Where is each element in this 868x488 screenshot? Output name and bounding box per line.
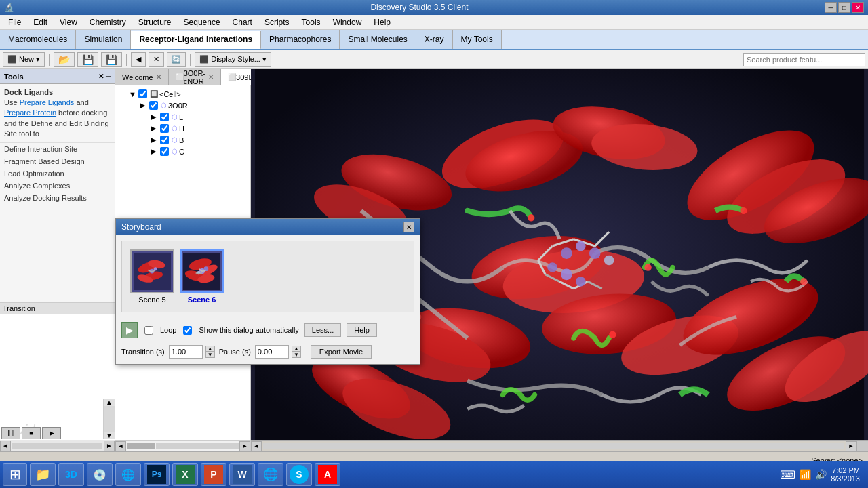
tab-3oor-close[interactable]: ✕ <box>208 73 214 81</box>
scene-6-item[interactable]: Scene 6 <box>180 249 224 304</box>
tools-close-button[interactable]: ✕ ─ <box>98 73 111 80</box>
playback-buttons: ‖‖ ■ ▶ <box>1 427 61 439</box>
save-button[interactable]: 💾 <box>77 52 98 67</box>
forward-button[interactable]: ✕ <box>149 52 164 67</box>
menu-edit[interactable]: Edit <box>28 16 53 28</box>
stop-button[interactable]: 🔄 <box>167 52 186 67</box>
clock[interactable]: 7:02 PM 8/3/2013 <box>831 466 860 483</box>
show-dialog-checkbox[interactable] <box>183 326 192 335</box>
back-button[interactable]: ◀ <box>131 52 146 67</box>
tab-receptor-ligand[interactable]: Receptor-Ligand Interactions <box>131 30 261 49</box>
search-input[interactable] <box>743 53 865 66</box>
H-checkbox[interactable] <box>160 124 169 133</box>
tools-item-analyze-complexes[interactable]: Analyze Complexes <box>0 180 115 192</box>
less-button[interactable]: Less... <box>304 323 341 337</box>
tools-item-analyze-docking[interactable]: Analyze Docking Results <box>0 192 115 204</box>
menu-help[interactable]: Help <box>368 16 396 28</box>
vp-scroll-right[interactable]: ► <box>846 441 856 451</box>
prepare-protein-link[interactable]: Prepare Protein <box>4 108 56 117</box>
C-checkbox[interactable] <box>160 147 169 156</box>
cell-checkbox[interactable] <box>138 89 147 98</box>
tab-309d-icon: ⬜ <box>228 73 236 81</box>
new-button[interactable]: ⬛ New ▾ <box>3 52 45 67</box>
taskbar-cd[interactable]: 💿 <box>87 463 113 486</box>
tab-xray[interactable]: X-ray <box>416 30 453 49</box>
start-button[interactable]: ⊞ <box>3 463 27 486</box>
transition-input[interactable] <box>169 345 203 359</box>
tools-item-define-interaction[interactable]: Define Interaction Site <box>0 143 115 155</box>
pause-button[interactable]: ‖‖ <box>1 427 20 439</box>
storyboard-close-button[interactable]: ✕ <box>403 222 414 232</box>
taskbar-acrobat[interactable]: A <box>315 463 340 486</box>
menu-tools[interactable]: Tools <box>296 16 326 28</box>
tree-scroll-right[interactable]: ► <box>239 441 250 451</box>
play-player-button[interactable]: ▶ <box>42 427 61 439</box>
close-button[interactable]: ✕ <box>852 2 864 13</box>
minimize-button[interactable]: ─ <box>825 2 837 13</box>
transition-down[interactable]: ▼ <box>205 352 215 358</box>
taskbar-skype[interactable]: S <box>286 463 312 486</box>
taskbar-explorer[interactable]: 📁 <box>30 463 56 486</box>
cell-toggle[interactable]: ▼ <box>129 90 137 98</box>
menu-chemistry[interactable]: Chemistry <box>84 16 132 28</box>
tab-simulation[interactable]: Simulation <box>76 30 131 49</box>
tab-macromolecules[interactable]: Macromolecules <box>0 30 76 49</box>
C-toggle[interactable]: ▶ <box>151 147 159 156</box>
menu-window[interactable]: Window <box>328 16 368 28</box>
taskbar-3d[interactable]: 3D <box>58 463 84 486</box>
tab-small-molecules[interactable]: Small Molecules <box>340 30 416 49</box>
export-movie-button[interactable]: Export Movie <box>311 345 372 359</box>
menu-structure[interactable]: Structure <box>133 16 177 28</box>
scroll-right-btn[interactable]: ► <box>104 441 115 451</box>
tools-items-section: Define Interaction Site Fragment Based D… <box>0 143 115 302</box>
tab-pharmacophores[interactable]: Pharmacophores <box>261 30 340 49</box>
L-toggle[interactable]: ▶ <box>151 113 159 121</box>
stop-player-button[interactable]: ■ <box>22 427 41 439</box>
menu-chart[interactable]: Chart <box>227 16 258 28</box>
loop-checkbox[interactable] <box>144 326 153 335</box>
dock-ligands-title: Dock Ligands <box>4 87 111 98</box>
menu-scripts[interactable]: Scripts <box>259 16 295 28</box>
taskbar-browser[interactable]: 🌐 <box>115 463 141 486</box>
scroll-left-btn[interactable]: ◄ <box>0 441 11 451</box>
transition-up[interactable]: ▲ <box>205 346 215 352</box>
pause-down[interactable]: ▼ <box>292 352 301 358</box>
menu-view[interactable]: View <box>54 16 83 28</box>
B-checkbox[interactable] <box>160 136 169 144</box>
play-button[interactable]: ▶ <box>121 322 138 338</box>
H-toggle[interactable]: ▶ <box>151 124 159 133</box>
taskbar-word[interactable]: W <box>229 463 255 486</box>
menu-sequence[interactable]: Sequence <box>178 16 226 28</box>
vp-corner <box>856 441 868 452</box>
taskbar-powerpoint[interactable]: P <box>201 463 226 486</box>
vscroll-down-btn[interactable]: ▼ <box>106 432 113 439</box>
tab-my-tools[interactable]: My Tools <box>453 30 502 49</box>
menu-file[interactable]: File <box>3 16 26 28</box>
tab-welcome[interactable]: Welcome ✕ <box>115 69 169 85</box>
prepare-ligands-link[interactable]: Prepare Ligands <box>20 98 75 106</box>
tree-scroll-left[interactable]: ◄ <box>115 441 126 451</box>
save2-button[interactable]: 💾 <box>101 52 122 67</box>
taskbar-photoshop[interactable]: Ps <box>144 463 170 486</box>
open-button[interactable]: 📂 <box>54 52 75 67</box>
tools-item-lead-optimization[interactable]: Lead Optimization <box>0 167 115 180</box>
pause-up[interactable]: ▲ <box>292 346 301 352</box>
explorer-icon: 📁 <box>33 465 52 484</box>
svg-point-32 <box>589 247 601 259</box>
tab-3oor[interactable]: ⬜ 3O0R-cNOR ✕ <box>169 69 221 85</box>
taskbar-internet[interactable]: 🌐 <box>258 463 283 486</box>
B-toggle[interactable]: ▶ <box>151 136 159 144</box>
pause-input[interactable] <box>255 345 289 359</box>
L-checkbox[interactable] <box>160 113 169 121</box>
vp-scroll-left[interactable]: ◄ <box>251 441 262 451</box>
scene-5-item[interactable]: Scene 5 <box>130 249 174 304</box>
display-style-button[interactable]: ⬛ Display Style... ▾ <box>195 52 271 67</box>
tools-item-fragment-based[interactable]: Fragment Based Design <box>0 155 115 167</box>
help-button[interactable]: Help <box>347 323 377 337</box>
3o0r-toggle[interactable]: ▶ <box>140 101 148 110</box>
maximize-button[interactable]: □ <box>838 2 850 13</box>
tab-welcome-close[interactable]: ✕ <box>156 73 161 81</box>
3o0r-checkbox[interactable] <box>149 101 158 110</box>
vscroll-up-btn[interactable]: ▲ <box>106 399 113 406</box>
taskbar-excel[interactable]: X <box>172 463 198 486</box>
